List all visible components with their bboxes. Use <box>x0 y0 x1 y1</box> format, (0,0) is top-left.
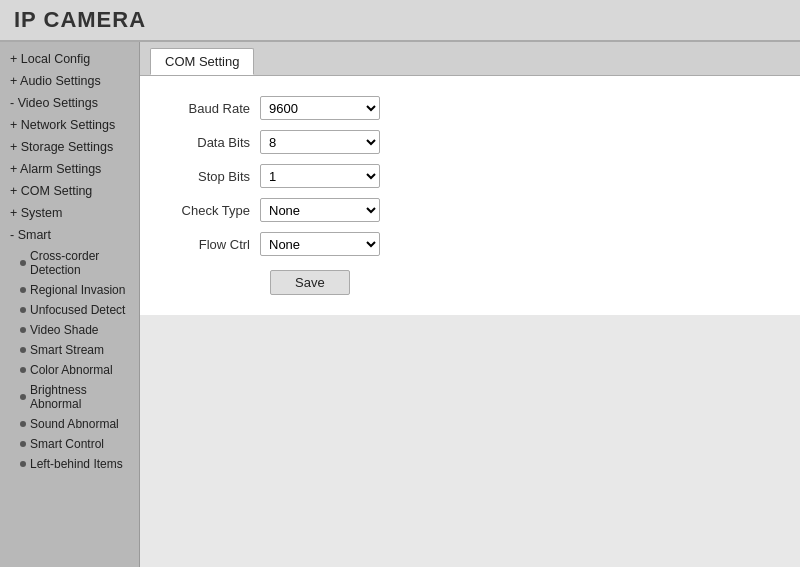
sidebar-subitem-cross-corder-detection[interactable]: Cross-corder Detection <box>6 246 139 280</box>
header: IP CAMERA <box>0 0 800 42</box>
save-row: Save <box>170 270 770 295</box>
sidebar-subitem-color-abnormal[interactable]: Color Abnormal <box>6 360 139 380</box>
tab-bar: COM Setting <box>140 42 800 76</box>
save-button[interactable]: Save <box>270 270 350 295</box>
sidebar-subitem-regional-invasion[interactable]: Regional Invasion <box>6 280 139 300</box>
com-setting-form: Baud Rate 9600 1200 2400 4800 19200 3840… <box>140 76 800 315</box>
sidebar-item-audio-settings[interactable]: + Audio Settings <box>0 70 139 92</box>
sidebar-item-smart[interactable]: - Smart <box>0 224 139 246</box>
flow-ctrl-label: Flow Ctrl <box>170 237 260 252</box>
baud-rate-select[interactable]: 9600 1200 2400 4800 19200 38400 57600 11… <box>260 96 380 120</box>
bullet-icon <box>20 461 26 467</box>
sidebar-subitem-video-shade[interactable]: Video Shade <box>6 320 139 340</box>
bullet-icon <box>20 260 26 266</box>
tab-com-setting[interactable]: COM Setting <box>150 48 254 75</box>
page-title: IP CAMERA <box>14 7 146 33</box>
bullet-icon <box>20 307 26 313</box>
sidebar-item-system[interactable]: + System <box>0 202 139 224</box>
sidebar-subitem-unfocused-detect[interactable]: Unfocused Detect <box>6 300 139 320</box>
sidebar-item-local-config[interactable]: + Local Config <box>0 48 139 70</box>
bullet-icon <box>20 441 26 447</box>
sidebar-item-com-setting[interactable]: + COM Setting <box>0 180 139 202</box>
sidebar-item-network-settings[interactable]: + Network Settings <box>0 114 139 136</box>
sidebar-subitem-sound-abnormal[interactable]: Sound Abnormal <box>6 414 139 434</box>
stop-bits-row: Stop Bits 1 2 <box>170 164 770 188</box>
data-bits-label: Data Bits <box>170 135 260 150</box>
flow-ctrl-select[interactable]: None Hardware Software <box>260 232 380 256</box>
bullet-icon <box>20 287 26 293</box>
check-type-label: Check Type <box>170 203 260 218</box>
sidebar-subitem-smart-control[interactable]: Smart Control <box>6 434 139 454</box>
bullet-icon <box>20 327 26 333</box>
check-type-row: Check Type None Odd Even Mark Space <box>170 198 770 222</box>
sidebar-subitem-smart-stream[interactable]: Smart Stream <box>6 340 139 360</box>
bullet-icon <box>20 394 26 400</box>
check-type-select[interactable]: None Odd Even Mark Space <box>260 198 380 222</box>
sidebar-item-storage-settings[interactable]: + Storage Settings <box>0 136 139 158</box>
bullet-icon <box>20 347 26 353</box>
main-layout: + Local Config + Audio Settings - Video … <box>0 42 800 567</box>
smart-subitems: Cross-corder Detection Regional Invasion… <box>0 246 139 474</box>
sidebar-subitem-left-behind-items[interactable]: Left-behind Items <box>6 454 139 474</box>
sidebar-item-alarm-settings[interactable]: + Alarm Settings <box>0 158 139 180</box>
sidebar-subitem-brightness-abnormal[interactable]: Brightness Abnormal <box>6 380 139 414</box>
flow-ctrl-row: Flow Ctrl None Hardware Software <box>170 232 770 256</box>
sidebar: + Local Config + Audio Settings - Video … <box>0 42 140 567</box>
data-bits-row: Data Bits 8 5 6 7 <box>170 130 770 154</box>
bullet-icon <box>20 367 26 373</box>
stop-bits-label: Stop Bits <box>170 169 260 184</box>
bullet-icon <box>20 421 26 427</box>
content-area: COM Setting Baud Rate 9600 1200 2400 480… <box>140 42 800 567</box>
data-bits-select[interactable]: 8 5 6 7 <box>260 130 380 154</box>
baud-rate-row: Baud Rate 9600 1200 2400 4800 19200 3840… <box>170 96 770 120</box>
baud-rate-label: Baud Rate <box>170 101 260 116</box>
sidebar-item-video-settings[interactable]: - Video Settings <box>0 92 139 114</box>
stop-bits-select[interactable]: 1 2 <box>260 164 380 188</box>
